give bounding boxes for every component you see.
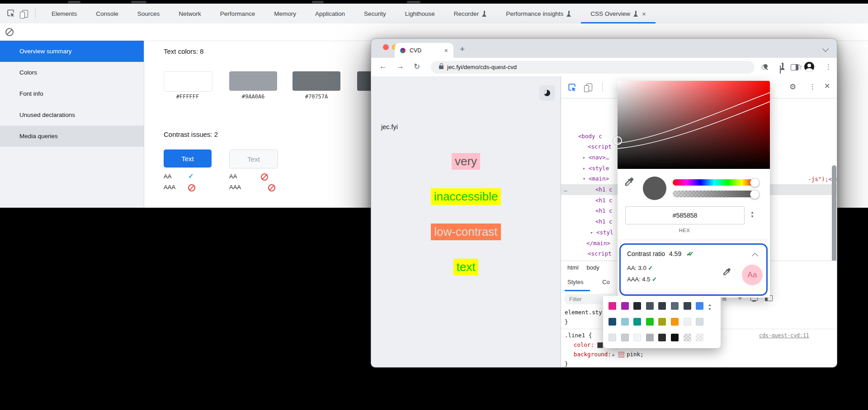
devtools-tab-security[interactable]: Security: [354, 4, 396, 23]
breadcrumb-html[interactable]: html: [567, 264, 579, 271]
palette-swatch[interactable]: [671, 334, 679, 341]
hue-slider[interactable]: [673, 179, 755, 186]
devtools-tab-lighthouse[interactable]: Lighthouse: [396, 4, 444, 23]
alpha-slider[interactable]: [673, 191, 755, 197]
sidebar-item-overview-summary[interactable]: Overview summary: [0, 41, 144, 62]
close-devtools-icon[interactable]: ✕: [824, 82, 830, 90]
close-window-button[interactable]: [383, 44, 389, 50]
tab-styles[interactable]: Styles: [567, 279, 583, 285]
palette-swatch[interactable]: [684, 334, 691, 341]
palette-swatch[interactable]: [621, 302, 629, 310]
line1-selector[interactable]: .line1 {: [565, 332, 592, 339]
profile-avatar[interactable]: [804, 62, 814, 72]
experiments-flask-icon[interactable]: [780, 64, 785, 70]
close-tab-icon[interactable]: ×: [444, 47, 448, 54]
hue-handle[interactable]: [750, 178, 760, 187]
side-panel-icon[interactable]: [791, 64, 798, 70]
address-bar[interactable]: jec.fyi/demo/cds-quest-cvd ☆: [431, 61, 755, 74]
more-actions-icon[interactable]: …: [564, 184, 567, 195]
palette-swatch[interactable]: [658, 318, 666, 326]
palette-swatch[interactable]: [671, 318, 679, 326]
palette-swatch[interactable]: [684, 318, 691, 326]
palette-swatch[interactable]: [646, 302, 654, 310]
color-position-handle[interactable]: [613, 136, 622, 145]
palette-swatch[interactable]: [633, 318, 641, 326]
palette-swatch[interactable]: [684, 302, 691, 310]
browser-tab-cvd[interactable]: CVD ×: [395, 43, 453, 58]
eyedropper-icon[interactable]: [624, 177, 636, 188]
palette-swatch[interactable]: [646, 334, 654, 341]
palette-swatch[interactable]: [696, 334, 703, 341]
alpha-handle[interactable]: [750, 190, 760, 199]
palette-swatch[interactable]: [696, 318, 703, 326]
color-swatch[interactable]: [164, 71, 212, 92]
new-tab-button[interactable]: +: [460, 44, 465, 54]
back-icon[interactable]: ←: [379, 62, 387, 71]
expand-arrow-icon[interactable]: ▸: [583, 152, 585, 163]
breadcrumb-body[interactable]: body: [587, 264, 599, 271]
palette-swatch[interactable]: [671, 302, 679, 310]
tab-computed[interactable]: Co: [602, 279, 610, 285]
palette-swatch[interactable]: [633, 302, 641, 310]
devtools-tab-console[interactable]: Console: [86, 4, 128, 23]
expand-arrow-icon[interactable]: ▾: [583, 173, 585, 184]
palette-swatch[interactable]: [633, 334, 641, 341]
devtools-tab-elements[interactable]: Elements: [42, 4, 86, 23]
inspect-element-icon[interactable]: [567, 83, 576, 93]
contrast-preview-button[interactable]: Text: [229, 149, 278, 168]
color-swatch[interactable]: [229, 71, 277, 91]
pink-value-swatch[interactable]: [618, 352, 624, 358]
palette-swatch[interactable]: [658, 334, 666, 341]
stylesheet-source-link[interactable]: cds-quest-cvd:11: [759, 332, 809, 339]
settings-gear-icon[interactable]: ⚙: [789, 82, 796, 92]
saturation-lightness-area[interactable]: [618, 81, 770, 169]
device-toolbar-icon[interactable]: [586, 84, 592, 91]
color-property[interactable]: color:: [574, 341, 594, 348]
url-text[interactable]: jec.fyi/demo/cds-quest-cvd: [447, 64, 517, 70]
element-style-selector[interactable]: element.sty: [565, 309, 602, 316]
expand-arrow-icon[interactable]: ▸: [613, 353, 615, 357]
palette-swatch[interactable]: [621, 334, 629, 341]
color-value-swatch[interactable]: [597, 342, 603, 348]
sidebar-item-font-info[interactable]: Font info: [0, 83, 144, 104]
palette-swatch[interactable]: [621, 318, 629, 326]
devtools-tab-memory[interactable]: Memory: [264, 4, 306, 23]
inspect-element-icon[interactable]: [6, 9, 15, 19]
palette-stepper[interactable]: ▲▼: [708, 303, 712, 311]
color-swatch[interactable]: [292, 71, 340, 91]
forward-icon[interactable]: →: [396, 62, 404, 71]
pink-value[interactable]: pink;: [627, 351, 644, 358]
device-toolbar-icon[interactable]: [22, 10, 28, 18]
devtools-tab-application[interactable]: Application: [306, 4, 354, 23]
background-property[interactable]: background:: [574, 351, 611, 358]
site-title[interactable]: jec.fyi: [381, 123, 398, 130]
reload-icon[interactable]: ↻: [414, 62, 420, 71]
palette-swatch[interactable]: [609, 334, 616, 341]
devtools-tab-network[interactable]: Network: [169, 4, 211, 23]
devtools-tab-recorder[interactable]: Recorder: [444, 4, 497, 23]
devtools-tab-performance-insights[interactable]: Performance insights: [496, 4, 581, 23]
palette-swatch[interactable]: [658, 302, 666, 310]
collapse-chevron-icon[interactable]: [752, 253, 758, 259]
devtools-tab-performance[interactable]: Performance: [211, 4, 264, 23]
tab-search-chevron-icon[interactable]: [822, 46, 829, 52]
sidebar-item-colors[interactable]: Colors: [0, 62, 144, 83]
hex-input[interactable]: #585858: [625, 206, 745, 224]
contrast-eyedropper-icon[interactable]: [722, 267, 732, 279]
contrast-preview-button[interactable]: Text: [164, 149, 212, 168]
expand-arrow-icon[interactable]: ▸: [583, 163, 585, 174]
format-stepper[interactable]: ▲▼: [750, 210, 754, 219]
palette-swatch[interactable]: [646, 318, 654, 326]
devtools-tab-css-overview[interactable]: CSS Overview×: [581, 4, 656, 23]
devtools-tab-sources[interactable]: Sources: [128, 4, 170, 23]
clear-overview-icon[interactable]: [5, 28, 14, 36]
devtools-menu-icon[interactable]: ⋮: [809, 83, 816, 91]
close-icon[interactable]: ×: [642, 10, 646, 17]
browser-menu-icon[interactable]: ⋮: [825, 63, 832, 71]
sidebar-item-unused-declarations[interactable]: Unused declarations: [0, 104, 144, 126]
expand-arrow-icon[interactable]: ▸: [590, 227, 593, 238]
palette-swatch[interactable]: [609, 302, 616, 310]
palette-swatch[interactable]: [696, 302, 703, 310]
dark-mode-button[interactable]: [539, 85, 555, 101]
palette-swatch[interactable]: [609, 318, 616, 326]
